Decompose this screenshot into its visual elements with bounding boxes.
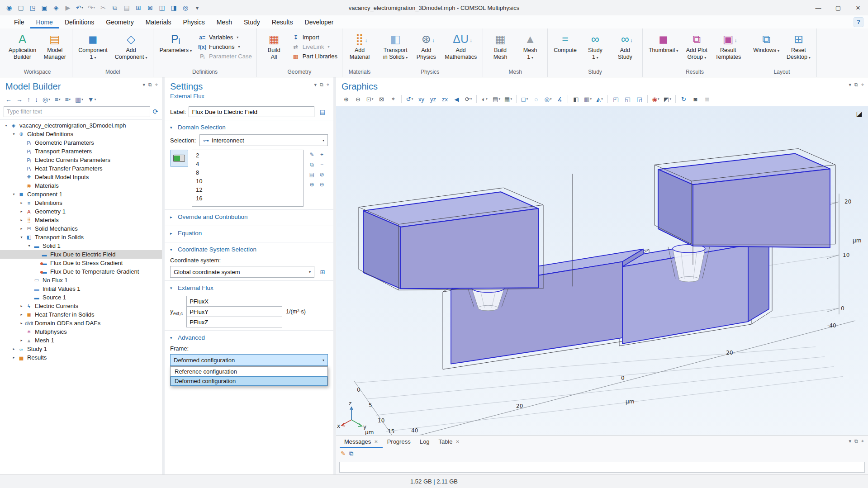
tree-item-flux-due-to-electric-field[interactable]: ▬Flux Due to Electric Field xyxy=(0,250,162,259)
mesh-1-button[interactable]: ▲Mesh1▾ xyxy=(516,30,545,61)
tree-caret-icon[interactable]: ▸ xyxy=(18,209,25,213)
menu-geometry[interactable]: Geometry xyxy=(100,15,139,28)
select-lasso-button[interactable]: ◌ xyxy=(531,94,542,104)
pin-panel-icon[interactable]: ⌖ xyxy=(155,82,158,88)
tab-progress[interactable]: Progress xyxy=(383,436,415,448)
tree-caret-icon[interactable]: ▾ xyxy=(26,244,33,248)
float-panel-icon[interactable]: ⧉ xyxy=(320,82,323,88)
tree-caret-icon[interactable]: ▾ xyxy=(18,235,25,239)
collapse-button[interactable]: ≡▾ xyxy=(63,95,72,104)
tree-item-results[interactable]: ▸▅Results xyxy=(0,353,162,362)
tree-item-source-1[interactable]: ▬Source 1 xyxy=(0,293,162,302)
view-yz-button[interactable]: yz xyxy=(427,94,439,104)
section-coordinate-system[interactable]: ▾ Coordinate System Selection xyxy=(165,242,333,256)
go-to-default-view-button[interactable]: ↺▾ xyxy=(404,94,415,104)
plot-settings-icon[interactable]: ◪ xyxy=(856,110,863,118)
save-button[interactable]: ▣ xyxy=(39,2,50,14)
view-zx-button[interactable]: zx xyxy=(439,94,451,104)
pin-panel-icon[interactable]: ⌖ xyxy=(861,82,864,88)
tree-caret-icon[interactable]: ▸ xyxy=(10,355,17,360)
variables-button[interactable]: a=Variables▾ xyxy=(196,33,254,41)
tree-item-electric-currents[interactable]: ▸ϟElectric Currents xyxy=(0,302,162,310)
tab-log[interactable]: Log xyxy=(415,436,434,448)
view-xy-button[interactable]: xy xyxy=(416,94,427,104)
select-node-button[interactable]: ◫ xyxy=(157,2,167,14)
compute-button[interactable]: =Compute xyxy=(550,30,580,54)
transport-in-solids-button[interactable]: ◧Transportin Solids▾ xyxy=(380,30,411,61)
menu-physics[interactable]: Physics xyxy=(177,15,211,28)
flux-z-input[interactable] xyxy=(186,317,282,327)
snapshot-button[interactable]: ◙ xyxy=(690,94,701,104)
add-plot-group-button[interactable]: ⧉Add PlotGroup▾ xyxy=(682,30,711,61)
tree-item-solid-mechanics[interactable]: ▸⊟Solid Mechanics xyxy=(0,224,162,233)
create-selection-button[interactable]: ✎ xyxy=(307,150,317,159)
menu-mesh[interactable]: Mesh xyxy=(211,15,238,28)
messages-log-area[interactable] xyxy=(339,462,865,473)
copy-log-button[interactable]: ⧉ xyxy=(349,450,353,457)
float-panel-icon[interactable]: ⧉ xyxy=(854,438,858,444)
tree-item-heat-transfer-parameters[interactable]: PᵢHeat Transfer Parameters xyxy=(0,164,162,173)
windows-button[interactable]: ⧉Windows▾ xyxy=(750,30,783,54)
functions-button[interactable]: f(x)Functions▾ xyxy=(196,43,254,51)
build-all-button[interactable]: ▦BuildAll xyxy=(260,30,289,61)
node-grouping-button[interactable]: ▥▾ xyxy=(73,95,85,104)
pin-panel-icon[interactable]: ⌖ xyxy=(327,82,329,88)
model-manager-button[interactable]: ▤ModelManager xyxy=(40,30,69,61)
frame-combo[interactable]: Deformed configuration ▾ xyxy=(170,354,328,366)
tree-caret-icon[interactable]: ▸ xyxy=(18,313,25,317)
clear-log-button[interactable]: ✎ xyxy=(341,450,346,457)
tab-table[interactable]: Table✕ xyxy=(434,436,464,448)
tree-caret-icon[interactable]: ▸ xyxy=(18,218,25,222)
undo-button[interactable]: ↶▾ xyxy=(74,2,85,14)
menu-definitions[interactable]: Definitions xyxy=(59,15,100,28)
section-external-flux[interactable]: ▾ External Flux xyxy=(165,280,333,294)
add-study-button[interactable]: ∞↓AddStudy xyxy=(611,30,640,61)
maximize-button[interactable]: ▢ xyxy=(828,0,848,15)
component-1-button[interactable]: ◼Component1▾ xyxy=(75,30,111,61)
add-material-button[interactable]: ⣿↓AddMaterial xyxy=(345,30,374,61)
tree-item-initial-values-1[interactable]: ▬Initial Values 1 xyxy=(0,284,162,293)
back-button[interactable]: ← xyxy=(4,95,14,104)
pan-button[interactable]: ⌖ xyxy=(388,94,399,104)
add-mathematics-button[interactable]: ΔU↓AddMathematics xyxy=(441,30,480,61)
thumbnail-button[interactable]: ◼Thumbnail▾ xyxy=(645,30,681,54)
menu-study[interactable]: Study xyxy=(238,15,266,28)
tree-caret-icon[interactable]: ▸ xyxy=(18,304,25,308)
zoom-to-selection-button[interactable]: ⊕ xyxy=(307,180,317,189)
domain-list-item[interactable]: 2 xyxy=(192,151,303,160)
selection-color-button[interactable]: ◉▾ xyxy=(650,94,661,104)
pin-panel-icon[interactable]: ⌖ xyxy=(861,438,864,444)
add-selection-button[interactable]: + xyxy=(317,150,327,159)
material-rendering-button[interactable]: ◩▾ xyxy=(662,94,673,104)
refresh-icon[interactable]: ⟳ xyxy=(152,108,158,116)
part-libraries-button[interactable]: ▥Part Libraries xyxy=(289,52,339,60)
section-domain-selection[interactable]: ▾ Domain Selection xyxy=(165,120,333,133)
help-icon[interactable]: ? xyxy=(854,17,863,27)
save-as-button[interactable]: ◈ xyxy=(51,2,62,14)
tree-caret-icon[interactable]: ▾ xyxy=(10,132,17,136)
app-logo-button[interactable]: ◉ xyxy=(4,2,14,14)
domain-list-item[interactable]: 10 xyxy=(192,177,303,185)
collapse-panel-icon[interactable]: ▾ xyxy=(849,82,851,88)
copy-selection-button[interactable]: ⧉ xyxy=(307,160,317,169)
close-tab-icon[interactable]: ✕ xyxy=(374,439,378,444)
flux-x-input[interactable] xyxy=(186,296,282,306)
close-tab-icon[interactable]: ✕ xyxy=(455,439,459,444)
color-theme-button[interactable]: ▤▾ xyxy=(491,94,502,104)
tree-item-flux-due-to-temperature-gradient[interactable]: ▬Flux Due to Temperature Gradient xyxy=(0,267,162,276)
parameters-button[interactable]: PᵢParameters▾ xyxy=(156,30,195,54)
scene-light-button[interactable]: ◐▾ xyxy=(479,94,490,104)
tree-item-solid-1[interactable]: ▾▬Solid 1 xyxy=(0,242,162,250)
reset-desktop-button[interactable]: ⊞ResetDesktop▾ xyxy=(783,30,814,61)
add-physics-button[interactable]: ⊛↓AddPhysics xyxy=(412,30,441,61)
zoom-selected-button[interactable]: ◎▾ xyxy=(542,94,554,104)
wireframe-button[interactable]: ▥▾ xyxy=(582,94,593,104)
coordinate-settings-button[interactable]: ⊞ xyxy=(317,267,328,277)
paste-selection-button[interactable]: ▤ xyxy=(307,170,317,179)
menu-results[interactable]: Results xyxy=(266,15,299,28)
environment-button[interactable]: ▦▾ xyxy=(503,94,514,104)
open-file-button[interactable]: ◳ xyxy=(27,2,38,14)
section-override-contribution[interactable]: ▸ Override and Contribution xyxy=(165,209,333,223)
tree-item-component-1[interactable]: ▾◼Component 1 xyxy=(0,190,162,199)
qat-customize-button[interactable]: ▾ xyxy=(192,2,203,14)
